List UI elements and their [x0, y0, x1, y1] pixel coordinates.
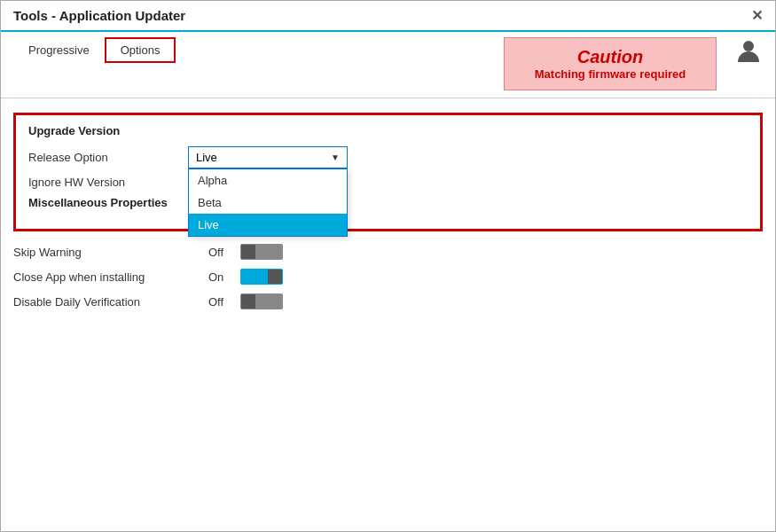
ignore-hw-label: Ignore HW Version: [28, 176, 188, 189]
close-app-toggle[interactable]: [240, 269, 283, 285]
disable-verification-state: Off: [208, 295, 235, 309]
close-app-state: On: [208, 270, 235, 284]
tab-progressive[interactable]: Progressive: [13, 38, 105, 62]
skip-warning-thumb: [241, 245, 255, 259]
dropdown-item-beta[interactable]: Beta: [189, 192, 347, 214]
release-option-label: Release Option: [28, 151, 188, 164]
app-window: Tools - Application Updater ✕ Progressiv…: [0, 0, 776, 532]
disable-verification-label: Disable Daily Verification: [13, 295, 208, 309]
tab-options[interactable]: Options: [105, 37, 176, 63]
release-option-dropdown[interactable]: Live ▼: [188, 146, 348, 168]
dropdown-item-alpha[interactable]: Alpha: [189, 169, 347, 192]
dropdown-selected-value: Live: [196, 151, 217, 164]
close-app-row: Close App when installing On: [13, 269, 763, 285]
caution-subtitle: Matching firmware required: [522, 67, 698, 81]
release-option-row: Release Option Live ▼ Alpha Beta Live: [28, 146, 748, 168]
disable-verification-row: Disable Daily Verification Off: [13, 293, 763, 309]
window-title: Tools - Application Updater: [13, 8, 185, 23]
skip-warning-state: Off: [208, 246, 235, 259]
close-app-label: Close App when installing: [13, 270, 208, 284]
misc-section-title: Miscellaneous Properties: [28, 196, 748, 209]
svg-point-0: [743, 41, 754, 51]
title-bar: Tools - Application Updater ✕: [1, 1, 775, 32]
ignore-hw-row: Ignore HW Version: [28, 176, 748, 189]
skip-warning-toggle[interactable]: [240, 244, 283, 260]
tabs-row: Progressive Options: [13, 37, 176, 63]
caution-box: Caution Matching firmware required: [504, 37, 717, 90]
skip-warning-label: Skip Warning: [13, 246, 208, 259]
upgrade-section-title: Upgrade Version: [28, 124, 748, 137]
release-option-dropdown-wrapper: Live ▼ Alpha Beta Live: [188, 146, 348, 168]
dropdown-menu: Alpha Beta Live: [188, 168, 348, 237]
disable-verification-toggle[interactable]: [240, 293, 283, 309]
divider: [1, 98, 775, 98]
dropdown-item-live[interactable]: Live: [189, 214, 347, 236]
disable-verification-thumb: [241, 294, 255, 309]
misc-section: Skip Warning Off Close App when installi…: [13, 244, 763, 309]
upgrade-section: Upgrade Version Release Option Live ▼ Al…: [13, 113, 763, 231]
header-right: Caution Matching firmware required: [504, 37, 763, 90]
close-button[interactable]: ✕: [751, 9, 763, 23]
avatar-icon: [734, 37, 763, 70]
main-content: Upgrade Version Release Option Live ▼ Al…: [1, 106, 775, 531]
caution-title: Caution: [522, 47, 698, 67]
header-area: Progressive Options Caution Matching fir…: [1, 32, 775, 90]
close-app-thumb: [268, 270, 282, 284]
skip-warning-row: Skip Warning Off: [13, 244, 763, 260]
dropdown-arrow-icon: ▼: [331, 153, 340, 162]
